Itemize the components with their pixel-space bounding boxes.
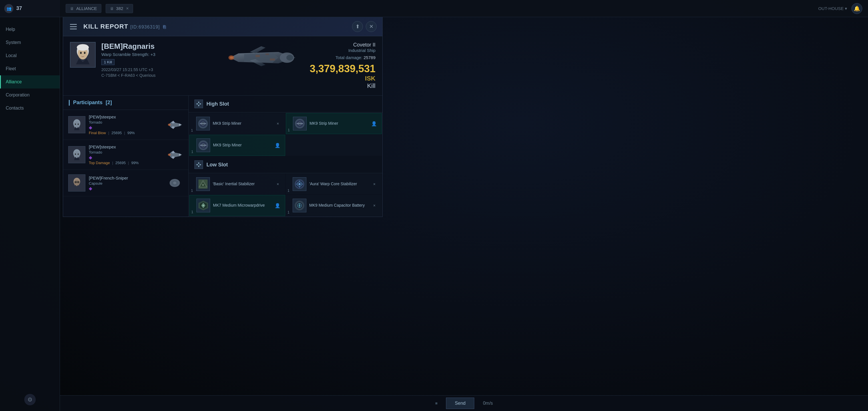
svg-rect-50	[297, 123, 303, 124]
svg-point-4	[80, 52, 82, 54]
participant-rank-3	[89, 187, 163, 191]
module-low-1[interactable]: 1 'Basic' Inertial Stabilizer ×	[189, 174, 285, 194]
damage-value: 25789	[364, 55, 375, 60]
monitor-icon: 🖥	[70, 6, 74, 11]
module-action-low-2[interactable]: ×	[371, 181, 378, 188]
module-name-2: MK9 Strip Miner	[310, 121, 368, 126]
sidebar-item-local[interactable]: Local	[0, 49, 60, 62]
module-qty-1: 1	[191, 128, 193, 132]
module-icon-low-2	[293, 177, 306, 191]
sidebar-item-system[interactable]: System	[0, 36, 60, 49]
tab-monitor-icon: 🖥	[110, 6, 114, 11]
victim-avatar	[70, 42, 96, 68]
svg-point-7	[286, 55, 293, 61]
participant-ship-2: Tornado	[89, 150, 163, 154]
module-high-1[interactable]: 1 MK9 Strip Miner ×	[189, 113, 285, 134]
participant-ship-3: Capsule	[89, 181, 163, 186]
svg-point-40	[198, 103, 199, 105]
accent-bar	[69, 100, 70, 105]
module-high-3[interactable]: 1 MK9 Strip Miner 👤	[189, 135, 285, 156]
participant-avatar-2	[68, 146, 85, 163]
settings-button[interactable]: ⚙	[24, 394, 36, 405]
module-qty-2: 1	[288, 128, 290, 132]
participant-item[interactable]: [PEW]steepex Tornado Final Blow | 25695 …	[63, 110, 188, 140]
rank-diamond-icon-2	[89, 156, 92, 160]
svg-point-26	[168, 154, 171, 156]
menu-bottom-button[interactable]: ≡	[435, 401, 437, 406]
close-button[interactable]: ✕	[366, 21, 377, 32]
sidebar-item-help[interactable]: Help	[0, 23, 60, 36]
svg-rect-13	[266, 53, 269, 55]
module-high-4	[286, 135, 382, 156]
module-low-4[interactable]: 1 MK9 M	[286, 195, 382, 216]
participant-info-3: [PEW]French-Sniper Capsule	[89, 176, 163, 191]
victim-warp-stat: Warp Scramble Strength: +3	[101, 52, 213, 57]
low-slot-icon	[194, 160, 203, 169]
svg-point-17	[74, 121, 80, 128]
sidebar-nav: Help System Local Fleet Alliance Corpora…	[0, 20, 60, 118]
tab-close-button[interactable]: ×	[126, 6, 129, 11]
high-slot-modules: 1 MK9 Strip Miner ×	[189, 113, 382, 156]
speed-display: 0m/s	[483, 401, 493, 406]
svg-rect-55	[200, 145, 207, 146]
kill-panel: KILL REPORT [ID:6936319] ⎘ ⬆ ✕	[63, 17, 382, 217]
out-house-label[interactable]: OUT-HOUSE ▾	[818, 6, 847, 11]
send-button[interactable]: Send	[446, 398, 474, 409]
participant-rank-1	[89, 126, 163, 130]
tab-second[interactable]: 🖥 382 ×	[106, 4, 133, 13]
notifications-button[interactable]: 🔔	[851, 3, 862, 14]
module-qty-low-2: 1	[287, 189, 289, 193]
sidebar-item-contacts[interactable]: Contacts	[0, 102, 60, 115]
participant-rank-2	[89, 156, 163, 160]
isk-value: 3,379,839,531	[310, 63, 375, 74]
topbar: 🖥 ALLIANCE 🖥 382 × OUT-HOUSE ▾ 🔔	[60, 0, 868, 17]
module-low-3[interactable]: 1 MK7 Medium Microwarpdrive 👤	[189, 195, 285, 216]
module-action-3[interactable]: 👤	[274, 142, 281, 149]
tab-alliance[interactable]: 🖥 ALLIANCE	[66, 4, 101, 13]
svg-point-58	[198, 164, 199, 165]
high-slot-title: High Slot	[207, 101, 229, 107]
topbar-actions: OUT-HOUSE ▾	[818, 6, 847, 11]
module-action-low-4[interactable]: ×	[371, 202, 378, 209]
close-icon: ✕	[369, 23, 373, 30]
module-name-low-3: MK7 Medium Microwarpdrive	[213, 203, 271, 208]
sidebar-item-alliance[interactable]: Alliance	[0, 75, 60, 89]
low-slot-modules: 1 'Basic' Inertial Stabilizer × 1	[189, 173, 382, 217]
participant-info-2: [PEW]steepex Tornado Top Damage | 25695 …	[89, 145, 163, 165]
social-count: 37	[16, 5, 22, 11]
export-button[interactable]: ⬆	[352, 21, 363, 32]
main-content: Participants [2] [PEW]	[63, 96, 382, 217]
svg-point-20	[168, 124, 171, 126]
module-action-low-3[interactable]: 👤	[274, 202, 281, 209]
participant-item-3[interactable]: [PEW]French-Sniper Capsule	[63, 170, 188, 196]
sidebar-item-corporation[interactable]: Corporation	[0, 89, 60, 102]
participant-ship-1: Tornado	[89, 120, 163, 124]
svg-point-37	[173, 182, 177, 184]
module-icon-1	[196, 117, 210, 130]
module-low-2[interactable]: 1 'Aura' Warp Core Sta	[286, 174, 382, 194]
participant-stats-1: Final Blow | 25695 | 99%	[89, 131, 163, 135]
high-slot-header: High Slot	[189, 96, 382, 113]
svg-point-23	[74, 151, 80, 158]
module-icon-3	[196, 138, 210, 152]
menu-lines-icon: ≡	[435, 401, 437, 406]
menu-button[interactable]	[69, 22, 79, 32]
module-action-low-1[interactable]: ×	[274, 181, 281, 188]
victim-location: C-7SBM < F-RA63 < Querious	[101, 73, 213, 77]
module-qty-3: 1	[191, 150, 193, 154]
ship-name: Covetor II	[310, 42, 375, 48]
svg-rect-14	[270, 59, 275, 61]
tab-alliance-label: ALLIANCE	[76, 6, 97, 11]
copy-button[interactable]: ⎘	[163, 25, 166, 29]
participant-item-2[interactable]: [PEW]steepex Tornado Top Damage | 25695 …	[63, 140, 188, 170]
module-high-2[interactable]: 1 MK9 Strip Miner 👤	[286, 113, 382, 134]
sidebar-item-fleet[interactable]: Fleet	[0, 62, 60, 75]
ship-silhouette	[221, 42, 301, 79]
module-action-2[interactable]: 👤	[371, 120, 377, 127]
bottom-bar: ≡ Send 0m/s	[60, 395, 868, 411]
sidebar-top: 👥 37	[0, 0, 60, 17]
module-action-1[interactable]: ×	[274, 120, 281, 127]
module-name-low-1: 'Basic' Inertial Stabilizer	[213, 181, 272, 187]
svg-rect-45	[200, 123, 206, 124]
participant-stats-2: Top Damage | 25695 | 99%	[89, 161, 163, 165]
